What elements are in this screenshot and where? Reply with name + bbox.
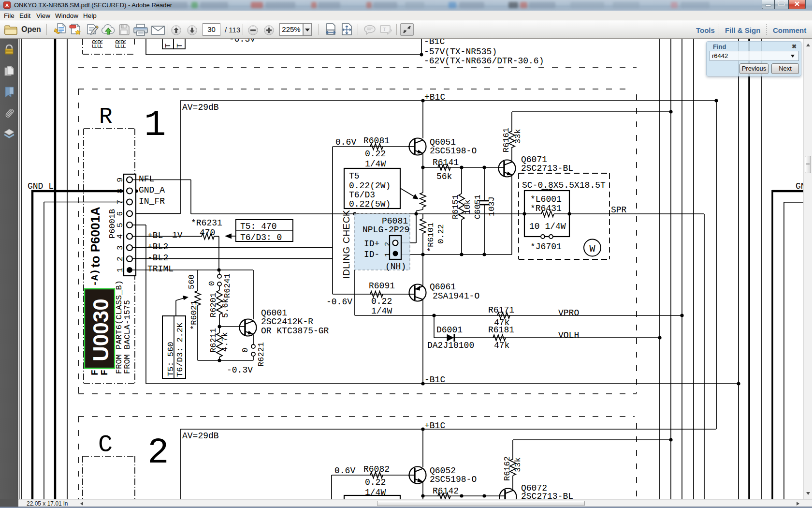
svg-text:0.22(2W): 0.22(2W) <box>349 181 391 191</box>
svg-text:2SC5198-O: 2SC5198-O <box>430 475 477 484</box>
svg-text:0.22(5W): 0.22(5W) <box>349 199 391 209</box>
svg-text:P6001B: P6001B <box>108 209 117 239</box>
svg-text:T6/D3: 0: T6/D3: 0 <box>240 233 282 242</box>
svg-text:R6141: R6141 <box>433 158 459 167</box>
svg-text:1: 1 <box>116 268 125 272</box>
svg-text:VOLH: VOLH <box>558 330 579 340</box>
svg-text:3: 3 <box>116 245 125 250</box>
svg-text:+B1C: +B1C <box>424 92 445 102</box>
svg-text:+B1C: +B1C <box>424 421 445 431</box>
svg-text:IDLING CHECK: IDLING CHECK <box>341 210 351 279</box>
svg-text:2SA1941-O: 2SA1941-O <box>433 291 479 301</box>
svg-text:-57V(TX-NR535): -57V(TX-NR535) <box>424 47 497 57</box>
svg-text:SPR: SPR <box>611 205 627 215</box>
svg-text:4: 4 <box>116 234 125 239</box>
svg-text:1/4W: 1/4W <box>371 306 392 316</box>
svg-text:GND L: GND L <box>28 181 54 191</box>
svg-text:2SC2713-BL: 2SC2713-BL <box>521 492 573 499</box>
svg-text:T6/D3: T6/D3 <box>349 190 375 200</box>
svg-text:Q6051: Q6051 <box>430 137 456 147</box>
svg-text:R6181: R6181 <box>488 325 514 335</box>
svg-text:-0.6V: -0.6V <box>326 297 352 307</box>
svg-text:T5: 560: T5: 560 <box>166 342 175 376</box>
svg-text:Q6001: Q6001 <box>261 308 287 318</box>
svg-text:+BL: +BL <box>147 231 163 240</box>
svg-text:10 1/4W: 10 1/4W <box>529 222 566 231</box>
svg-text:NFL: NFL <box>139 174 154 184</box>
svg-text:R6201: R6201 <box>209 293 218 317</box>
svg-text:470: 470 <box>200 228 215 238</box>
svg-text:1: 1 <box>384 253 392 257</box>
svg-text:R: R <box>99 105 113 130</box>
svg-text:Q6061: Q6061 <box>430 282 456 292</box>
svg-text:4.7k: 4.7k <box>220 332 230 352</box>
svg-text:GND_A: GND_A <box>139 185 165 195</box>
svg-text:T: T <box>176 44 184 48</box>
svg-text:*R6231: *R6231 <box>191 218 222 228</box>
svg-text:6: 6 <box>116 211 125 216</box>
svg-text:T6/D3: 2.2K: T6/D3: 2.2K <box>175 322 185 377</box>
svg-text:2: 2 <box>147 433 169 473</box>
svg-text:+BL2: +BL2 <box>147 242 168 252</box>
svg-text:R6162: R6162 <box>503 456 512 481</box>
svg-text:2SC5198-O: 2SC5198-O <box>430 146 477 156</box>
svg-text:0: 0 <box>241 348 250 353</box>
svg-text:R6081: R6081 <box>363 136 390 146</box>
svg-text:R6082: R6082 <box>363 464 390 474</box>
svg-text:ID-: ID- <box>364 250 379 259</box>
svg-text:T: T <box>383 26 386 32</box>
svg-text:8: 8 <box>116 189 125 194</box>
svg-text:R6161: R6161 <box>502 128 511 152</box>
svg-text:to P6001A: to P6001A <box>88 207 102 268</box>
svg-text:R6151: R6151 <box>451 194 460 219</box>
svg-text:FR: FR <box>120 40 128 48</box>
svg-text:R6142: R6142 <box>433 486 459 496</box>
svg-text:TRIML: TRIML <box>147 264 174 274</box>
svg-text:5: 5 <box>116 223 125 227</box>
svg-text:0.22: 0.22 <box>365 149 386 159</box>
svg-text:FR: FR <box>97 40 105 48</box>
svg-text:9: 9 <box>116 178 125 182</box>
svg-text:VPRO: VPRO <box>558 308 579 318</box>
svg-text:-0.3V: -0.3V <box>229 39 255 44</box>
svg-text:AV=29dB: AV=29dB <box>182 103 219 112</box>
svg-text:NPLG-2P29: NPLG-2P29 <box>362 225 409 235</box>
svg-text:2: 2 <box>116 256 125 261</box>
svg-text:FROM BACLA-1575: FROM BACLA-1575 <box>123 300 132 374</box>
svg-text:-B1C: -B1C <box>424 39 445 46</box>
svg-text:SC-0.8X5.5X18.5T: SC-0.8X5.5X18.5T <box>522 180 606 190</box>
svg-text:DA2J10100: DA2J10100 <box>427 341 474 350</box>
svg-text:AV=29dB: AV=29dB <box>182 431 219 441</box>
svg-text:33k: 33k <box>513 129 522 144</box>
svg-text:-62V(TX-NR636/DTR-30.6): -62V(TX-NR636/DTR-30.6) <box>424 56 544 66</box>
svg-text:W: W <box>589 243 595 254</box>
svg-text:C6051: C6051 <box>473 194 482 219</box>
svg-text:0: 0 <box>207 281 217 286</box>
svg-text:T5: 470: T5: 470 <box>240 222 277 231</box>
svg-text:D6001: D6001 <box>436 325 463 335</box>
svg-text:*L6001: *L6001 <box>530 194 562 204</box>
svg-text:C: C <box>98 431 113 459</box>
svg-text:0.6V: 0.6V <box>335 137 356 147</box>
svg-text:-A): -A) <box>89 269 101 286</box>
svg-text:1V: 1V <box>172 230 183 240</box>
svg-text:R6221: R6221 <box>257 342 266 367</box>
svg-text:R6091: R6091 <box>369 281 395 291</box>
svg-text:33k: 33k <box>513 457 522 472</box>
svg-text:Q6071: Q6071 <box>521 155 547 164</box>
svg-text:0.6V: 0.6V <box>334 466 355 476</box>
svg-text:5.6k: 5.6k <box>221 298 230 318</box>
svg-text:F: F <box>99 370 110 375</box>
svg-text:R6211: R6211 <box>209 328 218 353</box>
svg-text:2: 2 <box>384 242 392 246</box>
svg-text:(NH): (NH) <box>385 262 406 271</box>
svg-text:1/4W: 1/4W <box>365 159 386 169</box>
svg-text:560: 560 <box>187 274 196 289</box>
svg-text:-B1C: -B1C <box>424 375 445 385</box>
svg-text:*R6021: *R6021 <box>189 300 199 330</box>
svg-text:1: 1 <box>144 105 166 146</box>
svg-text:*R6101: *R6101 <box>426 223 435 252</box>
svg-text:103J: 103J <box>487 196 496 216</box>
svg-text:-0.3V: -0.3V <box>227 365 253 375</box>
svg-text:7: 7 <box>116 200 125 205</box>
